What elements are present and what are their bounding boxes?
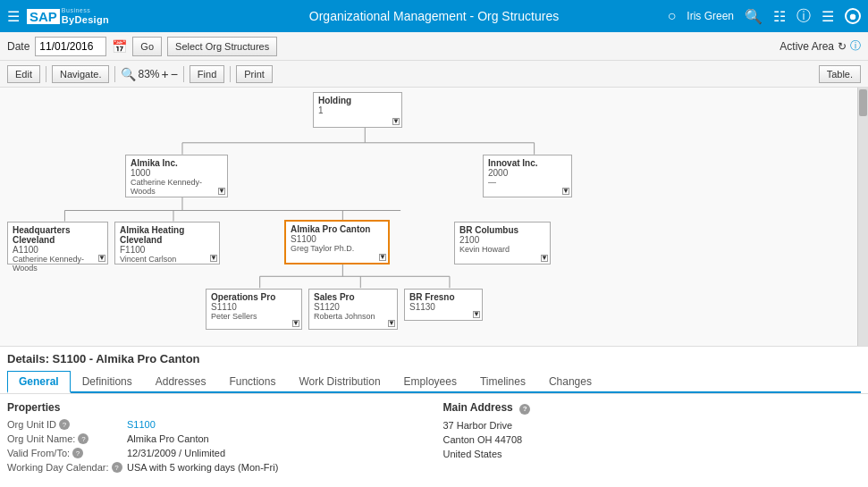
node-almika-inc[interactable]: Almika Inc. 1000 Catherine Kennedy-Woods… (125, 155, 228, 197)
org-unit-name-label: Org Unit Name: ? (7, 433, 123, 444)
print-button[interactable]: Print (236, 65, 273, 83)
node-almika-inc-expand[interactable]: ▼ (218, 188, 225, 195)
active-area-help[interactable]: ⓘ (850, 38, 861, 54)
node-br-columbus-title: BR Columbus (459, 225, 545, 235)
node-hq-cleveland[interactable]: Headquarters Cleveland A1100 Catherine K… (7, 222, 108, 264)
user-icon: ○ (668, 8, 677, 24)
node-almika-pro-canton-title: Almika Pro Canton (291, 224, 383, 234)
bydesign-text: Business ByDesign (62, 7, 109, 25)
node-almika-heating-id: F1100 (120, 245, 215, 255)
separator-2 (114, 66, 115, 82)
user-name[interactable]: Iris Green (687, 10, 734, 22)
org-unit-name-value: Almika Pro Canton (127, 433, 209, 444)
working-day-label: Working Day Calendar: ? (7, 462, 123, 473)
working-day-row: Working Day Calendar: ? USA with 5 worki… (7, 462, 426, 473)
node-operations-pro-title: Operations Pro (211, 292, 297, 302)
tab-timelines[interactable]: Timelines (468, 371, 537, 393)
tab-changes[interactable]: Changes (537, 371, 603, 393)
help-icon[interactable]: ⓘ (796, 7, 811, 26)
edit-toolbar: Edit Navigate. 🔍 83% + − Find Print Tabl… (0, 61, 868, 88)
node-innovat-inc-person: — (488, 178, 567, 187)
org-unit-name-help-icon[interactable]: ? (78, 433, 88, 444)
node-almika-pro-canton-id: S1100 (291, 234, 383, 244)
table-button[interactable]: Table. (819, 65, 861, 83)
node-holding-title: Holding (318, 96, 397, 105)
zoom-in-btn[interactable]: + (161, 67, 168, 81)
sap-wordmark: SAP (27, 9, 60, 24)
find-button[interactable]: Find (190, 65, 224, 83)
node-br-fresno[interactable]: BR Fresno S1130 ▼ (404, 289, 483, 321)
node-almika-inc-title: Almika Inc. (131, 158, 223, 168)
node-hq-cleveland-person: Catherine Kennedy-Woods (13, 255, 103, 273)
search-icon[interactable]: 🔍 (745, 8, 763, 25)
zoom-in-icon[interactable]: 🔍 (121, 67, 136, 81)
node-almika-inc-id: 1000 (131, 168, 223, 178)
address-line1-row: 37 Harbor Drive (443, 420, 862, 431)
nav-icons-group: ○ Iris Green 🔍 ☷ ⓘ ☰ ⏺ (668, 7, 861, 26)
org-unit-id-label: Org Unit ID ? (7, 419, 123, 430)
business-text: Business (62, 7, 109, 14)
tab-addresses[interactable]: Addresses (144, 371, 218, 393)
node-innovat-inc[interactable]: Innovat Inc. 2000 — ▼ (483, 155, 572, 197)
grid-icon[interactable]: ☷ (773, 8, 786, 25)
separator-1 (46, 66, 46, 82)
active-area-icon[interactable]: ↻ (838, 40, 847, 53)
tab-work-distribution[interactable]: Work Distribution (287, 371, 392, 393)
node-sales-pro-id: S1120 (314, 302, 392, 312)
node-holding-expand[interactable]: ▼ (392, 118, 400, 125)
working-day-help-icon[interactable]: ? (112, 462, 122, 473)
node-operations-pro-person: Peter Sellers (211, 312, 297, 321)
power-icon[interactable]: ⏺ (845, 8, 861, 24)
page-title: Organizational Management - Org Structur… (309, 9, 559, 23)
node-br-fresno-id: S1130 (409, 302, 477, 312)
org-chart-area: Holding 1 ▼ Almika Inc. 1000 Catherine K… (0, 88, 868, 347)
node-holding[interactable]: Holding 1 ▼ (313, 92, 402, 128)
node-hq-cleveland-title: Headquarters Cleveland (13, 225, 103, 245)
org-unit-id-value[interactable]: S1100 (127, 419, 156, 430)
node-innovat-inc-id: 2000 (488, 168, 567, 178)
edit-button[interactable]: Edit (7, 65, 40, 83)
separator-3 (183, 66, 184, 82)
address-line1: 37 Harbor Drive (443, 420, 513, 431)
zoom-value: 83% (138, 68, 159, 80)
node-sales-pro-expand[interactable]: ▼ (388, 320, 395, 327)
node-almika-pro-canton-expand[interactable]: ▼ (379, 254, 386, 261)
node-almika-pro-canton[interactable]: Almika Pro Canton S1100 Greg Taylor Ph.D… (284, 220, 390, 264)
calendar-icon[interactable]: 📅 (112, 39, 127, 54)
node-br-fresno-expand[interactable]: ▼ (473, 311, 480, 318)
date-label: Date (7, 40, 29, 53)
node-innovat-inc-expand[interactable]: ▼ (562, 188, 569, 195)
zoom-out-btn[interactable]: − (171, 67, 178, 81)
top-navigation: ☰ SAP Business ByDesign Organizational M… (0, 0, 868, 32)
node-br-columbus-expand[interactable]: ▼ (541, 255, 548, 262)
tab-employees[interactable]: Employees (392, 371, 468, 393)
tab-general[interactable]: General (7, 371, 71, 393)
org-chart-scrollbar[interactable] (857, 88, 868, 346)
node-operations-pro[interactable]: Operations Pro S1110 Peter Sellers ▼ (206, 289, 302, 330)
address-line2-row: Canton OH 44708 (443, 434, 862, 445)
select-org-button[interactable]: Select Org Structures (167, 37, 277, 56)
node-br-fresno-title: BR Fresno (409, 292, 477, 302)
options-icon[interactable]: ☰ (822, 8, 834, 25)
node-almika-heating[interactable]: Almika Heating Cleveland F1100 Vincent C… (114, 222, 220, 264)
details-section: Details: S1100 - Almika Pro Canton Gener… (0, 347, 868, 394)
tab-functions[interactable]: Functions (217, 371, 287, 393)
node-sales-pro[interactable]: Sales Pro S1120 Roberta Johnson ▼ (308, 289, 398, 330)
date-input[interactable] (35, 37, 106, 56)
node-almika-heating-expand[interactable]: ▼ (210, 255, 217, 262)
separator-4 (230, 66, 231, 82)
menu-icon[interactable]: ☰ (7, 8, 20, 25)
tab-definitions[interactable]: Definitions (71, 371, 144, 393)
go-button[interactable]: Go (132, 37, 162, 56)
scrollbar-thumb[interactable] (859, 89, 867, 116)
node-innovat-inc-title: Innovat Inc. (488, 158, 567, 168)
node-operations-pro-expand[interactable]: ▼ (292, 320, 299, 327)
main-address-help-icon[interactable]: ? (519, 404, 530, 415)
node-br-columbus[interactable]: BR Columbus 2100 Kevin Howard ▼ (454, 222, 551, 264)
navigate-button[interactable]: Navigate. (52, 65, 109, 83)
org-unit-id-help-icon[interactable]: ? (59, 419, 70, 430)
valid-from-to-help-icon[interactable]: ? (72, 448, 83, 458)
valid-from-to-value: 12/31/2009 / Unlimited (127, 448, 225, 458)
node-hq-cleveland-expand[interactable]: ▼ (98, 255, 105, 262)
sap-logo: SAP Business ByDesign (27, 7, 109, 25)
